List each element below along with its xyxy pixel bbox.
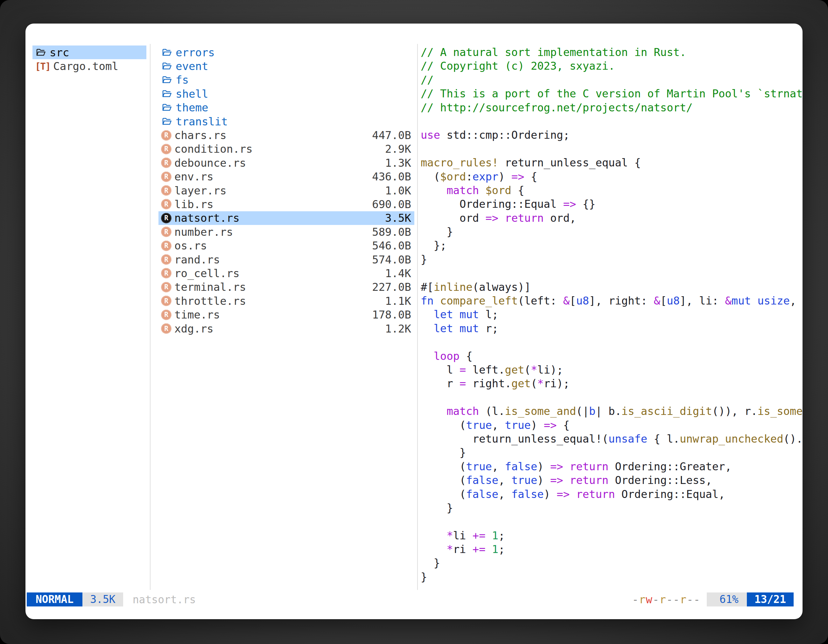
- folder-open-icon: [161, 89, 173, 99]
- entry-name: shell: [176, 88, 208, 100]
- pane-divider-right: [417, 44, 418, 590]
- folder-open-icon: [161, 61, 173, 71]
- code-line: //: [421, 73, 803, 87]
- rust-file-icon: R: [161, 130, 171, 141]
- entry-size: 574.0B: [372, 253, 411, 266]
- rust-file-icon: R: [161, 227, 171, 237]
- code-line: // Copyright (c) 2023, sxyazi.: [421, 59, 803, 73]
- cursor-position-indicator: 13/21: [747, 592, 794, 606]
- mode-indicator: NORMAL: [27, 592, 82, 606]
- code-line: macro_rules! return_unless_equal {: [421, 156, 803, 169]
- file-row[interactable]: Rnatsort.rs3.5K: [158, 211, 414, 225]
- toml-file-icon: [T]: [35, 61, 50, 72]
- file-row[interactable]: Rlayer.rs1.0K: [158, 183, 414, 197]
- entry-size: 447.0B: [372, 129, 411, 142]
- directory-row[interactable]: errors: [158, 45, 414, 59]
- directory-row[interactable]: event: [158, 59, 414, 73]
- file-row[interactable]: Rrand.rs574.0B: [158, 253, 414, 266]
- file-row[interactable]: Rthrottle.rs1.1K: [158, 294, 414, 308]
- parent-pane: src[T]Cargo.toml: [33, 45, 146, 73]
- yazi-file-manager-window: src[T]Cargo.toml errorseventfsshelltheme…: [25, 24, 803, 619]
- code-line: // This is a port of the C version of Ma…: [421, 87, 803, 100]
- code-line: }: [421, 253, 803, 266]
- entry-name: terminal.rs: [174, 280, 246, 293]
- entry-name: xdg.rs: [174, 322, 213, 335]
- file-row[interactable]: Rterminal.rs227.0B: [158, 280, 414, 294]
- entry-name: layer.rs: [174, 184, 227, 197]
- file-row[interactable]: Rro_cell.rs1.4K: [158, 266, 414, 280]
- entry-name: number.rs: [174, 226, 233, 238]
- code-line: [421, 335, 803, 349]
- file-size-indicator: 3.5K: [82, 592, 123, 606]
- permissions-indicator: -rw-r--r--: [632, 593, 700, 606]
- directory-row[interactable]: theme: [158, 101, 414, 114]
- status-bar: NORMAL 3.5K natsort.rs -rw-r--r-- 61% 13…: [25, 592, 803, 606]
- entry-size: 690.0B: [372, 198, 411, 211]
- entry-name: src: [50, 46, 69, 59]
- code-line: match (l.is_some_and(|b| b.is_ascii_digi…: [421, 404, 803, 418]
- file-row[interactable]: [T]Cargo.toml: [33, 59, 146, 73]
- directory-row[interactable]: src: [33, 45, 146, 59]
- file-row[interactable]: Rcondition.rs2.9K: [158, 142, 414, 156]
- entry-size: 3.5K: [385, 212, 411, 224]
- entry-size: 546.0B: [372, 239, 411, 252]
- entry-name: throttle.rs: [174, 295, 246, 307]
- entry-name: theme: [176, 101, 208, 114]
- rust-file-icon: R: [161, 310, 171, 320]
- entry-name: translit: [176, 115, 228, 128]
- code-line: }: [421, 556, 803, 570]
- file-row[interactable]: Rxdg.rs1.2K: [158, 322, 414, 335]
- directory-row[interactable]: shell: [158, 87, 414, 100]
- code-line: return_unless_equal!(unsafe { l.unwrap_u…: [421, 432, 803, 446]
- file-row[interactable]: Ros.rs546.0B: [158, 239, 414, 252]
- file-row[interactable]: Rdebounce.rs1.3K: [158, 156, 414, 169]
- entry-name: time.rs: [174, 308, 220, 321]
- code-line: match $ord {: [421, 183, 803, 197]
- code-line: use std::cmp::Ordering;: [421, 128, 803, 142]
- entry-name: os.rs: [174, 239, 207, 252]
- folder-open-icon: [161, 48, 173, 57]
- entry-size: 436.0B: [372, 170, 411, 183]
- code-line: [421, 266, 803, 280]
- code-line: }: [421, 570, 803, 584]
- directory-row[interactable]: translit: [158, 114, 414, 128]
- entry-size: 227.0B: [372, 280, 411, 293]
- entry-name: lib.rs: [174, 198, 213, 211]
- code-preview: // A natural sort implementation in Rust…: [421, 45, 803, 584]
- file-row[interactable]: Rnumber.rs589.0B: [158, 225, 414, 239]
- rust-file-icon: R: [161, 171, 171, 182]
- desktop-background: src[T]Cargo.toml errorseventfsshelltheme…: [0, 0, 828, 644]
- code-line: let mut l;: [421, 308, 803, 321]
- code-line: fn compare_left(left: &[u8], right: &[u8…: [421, 294, 803, 308]
- current-pane: errorseventfsshellthemetranslitRchars.rs…: [158, 45, 414, 335]
- file-row[interactable]: Rtime.rs178.0B: [158, 308, 414, 321]
- entry-size: 1.1K: [385, 295, 411, 307]
- folder-open-icon: [35, 48, 47, 57]
- code-line: (true, false) => return Ordering::Greate…: [421, 460, 803, 473]
- rust-file-icon: R: [161, 254, 171, 265]
- rust-file-icon: R: [161, 296, 171, 306]
- entry-name: ro_cell.rs: [174, 267, 240, 280]
- code-line: }: [421, 501, 803, 515]
- file-row[interactable]: Renv.rs436.0B: [158, 170, 414, 183]
- code-line: *ri += 1;: [421, 542, 803, 556]
- entry-name: env.rs: [174, 170, 213, 183]
- entry-size: 589.0B: [372, 226, 411, 238]
- code-line: [421, 391, 803, 404]
- code-line: (false, false) => return Ordering::Equal…: [421, 487, 803, 501]
- rust-file-icon: R: [161, 282, 171, 292]
- entry-size: 1.0K: [385, 184, 411, 197]
- code-line: [421, 515, 803, 528]
- code-line: #[inline(always)]: [421, 280, 803, 294]
- entry-name: natsort.rs: [174, 212, 240, 224]
- file-row[interactable]: Rchars.rs447.0B: [158, 128, 414, 142]
- status-bar-left: NORMAL 3.5K natsort.rs: [27, 592, 196, 606]
- file-row[interactable]: Rlib.rs690.0B: [158, 197, 414, 211]
- code-line: ord => return ord,: [421, 211, 803, 225]
- current-filename: natsort.rs: [133, 594, 196, 606]
- code-line: Ordering::Equal => {}: [421, 197, 803, 211]
- entry-name: chars.rs: [174, 129, 227, 142]
- rust-file-icon: R: [161, 199, 171, 209]
- directory-row[interactable]: fs: [158, 73, 414, 87]
- code-line: // http://sourcefrog.net/projects/natsor…: [421, 101, 803, 114]
